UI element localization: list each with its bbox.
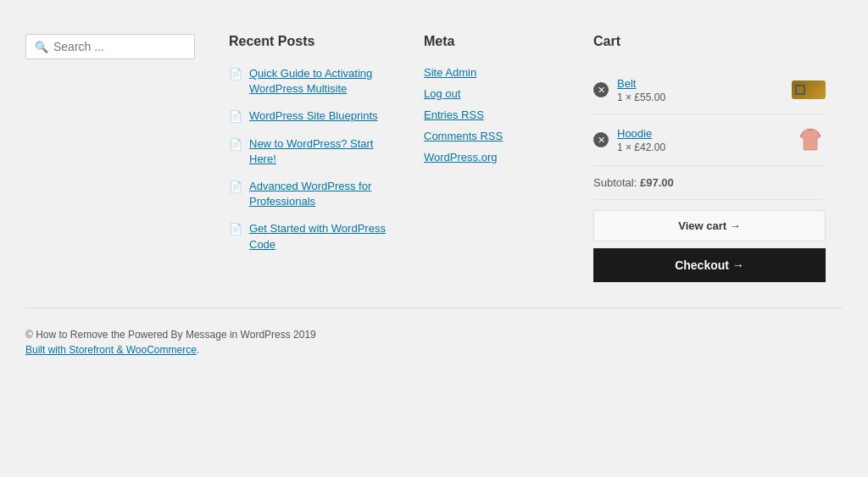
cart-subtotal: Subtotal: £97.00 (593, 166, 826, 200)
footer-copyright: © How to Remove the Powered By Message i… (25, 329, 843, 341)
list-item: 📄 Get Started with WordPress Code (229, 221, 390, 252)
footer-built-suffix: . (197, 344, 199, 356)
post-link[interactable]: WordPress Site Blueprints (249, 108, 378, 124)
meta-link-entries-rss[interactable]: Entries RSS (424, 108, 559, 121)
cart-item-name-hoodie[interactable]: Hoodie (617, 127, 652, 140)
cart-item-info-belt: Belt 1 × £55.00 (617, 76, 783, 103)
post-link[interactable]: New to WordPress? Start Here! (249, 136, 390, 167)
hoodie-product-image (795, 125, 826, 155)
meta-link-comments-rss[interactable]: Comments RSS (424, 130, 559, 142)
checkout-button[interactable]: Checkout → (593, 248, 826, 282)
cart-item-qty-hoodie: 1 × £42.00 (617, 141, 787, 153)
post-link[interactable]: Quick Guide to Activating WordPress Mult… (249, 66, 390, 97)
list-item: 📄 New to WordPress? Start Here! (229, 136, 390, 167)
search-widget: 🔍 (25, 34, 212, 282)
footer: © How to Remove the Powered By Message i… (0, 308, 868, 373)
cart-item-info-hoodie: Hoodie 1 × £42.00 (617, 126, 787, 153)
list-item: 📄 Quick Guide to Activating WordPress Mu… (229, 66, 390, 97)
meta-link-logout[interactable]: Log out (424, 87, 559, 100)
recent-posts-widget: Recent Posts 📄 Quick Guide to Activating… (212, 34, 407, 282)
post-icon: 📄 (229, 110, 242, 123)
post-icon: 📄 (229, 223, 242, 236)
list-item: 📄 WordPress Site Blueprints (229, 108, 390, 124)
cart-remove-hoodie[interactable]: ✕ (593, 132, 609, 147)
recent-posts-title: Recent Posts (229, 34, 390, 49)
recent-posts-list: 📄 Quick Guide to Activating WordPress Mu… (229, 66, 390, 252)
post-icon: 📄 (229, 68, 242, 80)
footer-built: Built with Storefront & WooCommerce. (25, 344, 843, 356)
meta-link-wordpress-org[interactable]: WordPress.org (424, 151, 559, 164)
post-link[interactable]: Get Started with WordPress Code (249, 221, 390, 252)
footer-built-link[interactable]: Built with Storefront & WooCommerce (25, 344, 197, 356)
cart-remove-belt[interactable]: ✕ (593, 82, 609, 97)
cart-buttons: View cart → Checkout → (593, 210, 826, 282)
search-input[interactable] (53, 40, 186, 53)
view-cart-button[interactable]: View cart → (593, 210, 826, 241)
list-item: 📄 Advanced WordPress for Professionals (229, 179, 390, 209)
cart-widget: Cart ✕ Belt 1 × £55.00 ✕ Hoodie 1 × £42.… (576, 34, 843, 282)
cart-title: Cart (593, 34, 826, 49)
search-icon: 🔍 (35, 41, 48, 53)
meta-title: Meta (424, 34, 559, 49)
cart-item-belt: ✕ Belt 1 × £55.00 (593, 66, 826, 114)
search-form[interactable]: 🔍 (25, 34, 195, 59)
cart-subtotal-label: Subtotal: (593, 176, 637, 189)
cart-item-hoodie: ✕ Hoodie 1 × £42.00 (593, 114, 826, 166)
cart-subtotal-value: £97.00 (640, 176, 674, 189)
cart-item-name-belt[interactable]: Belt (617, 77, 636, 90)
meta-widget: Meta Site Admin Log out Entries RSS Comm… (407, 34, 576, 282)
post-icon: 📄 (229, 138, 242, 151)
post-link[interactable]: Advanced WordPress for Professionals (249, 179, 390, 209)
widgets-row: 🔍 Recent Posts 📄 Quick Guide to Activati… (25, 17, 843, 308)
belt-product-image (792, 80, 826, 99)
page-wrapper: 🔍 Recent Posts 📄 Quick Guide to Activati… (0, 0, 868, 308)
post-icon: 📄 (229, 180, 242, 193)
cart-item-qty-belt: 1 × £55.00 (617, 92, 783, 103)
meta-link-site-admin[interactable]: Site Admin (424, 66, 559, 79)
